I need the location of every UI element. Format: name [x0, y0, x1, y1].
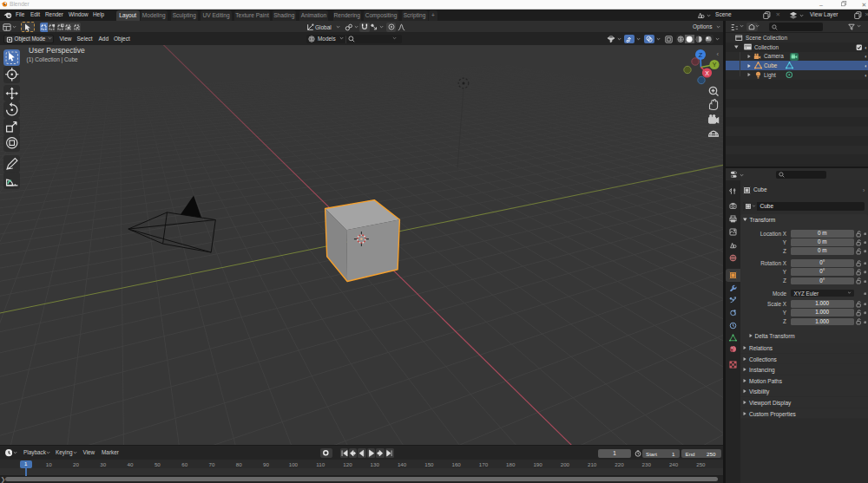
svg-text:X: X: [705, 70, 709, 76]
svg-text:Z: Z: [699, 51, 703, 59]
svg-text:Y: Y: [713, 62, 717, 68]
